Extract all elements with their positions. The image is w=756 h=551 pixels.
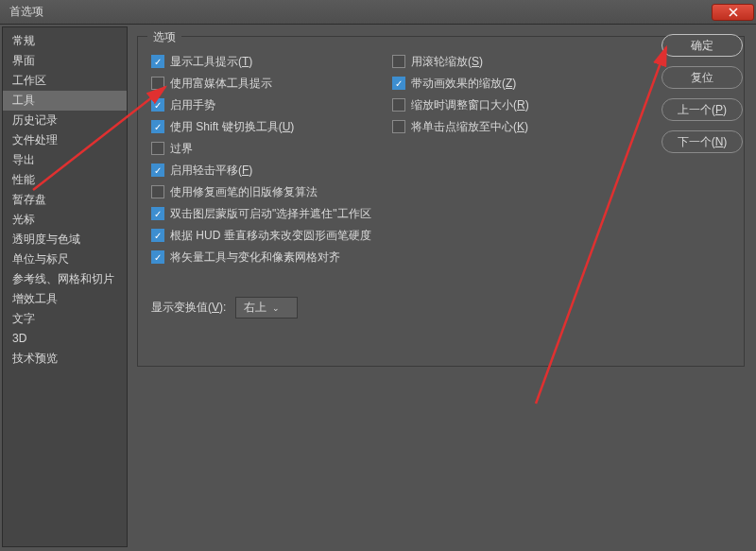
- close-button[interactable]: [712, 4, 754, 21]
- checkbox[interactable]: [151, 77, 164, 90]
- sidebar: 常规界面工作区工具历史记录文件处理导出性能暂存盘光标透明度与色域单位与标尺参考线…: [2, 26, 128, 547]
- next-button[interactable]: 下一个(N): [662, 130, 743, 153]
- checkbox[interactable]: [392, 120, 405, 133]
- option-label: 显示工具提示(T): [170, 54, 252, 70]
- option-label: 使用 Shift 键切换工具(U): [170, 119, 294, 135]
- sidebar-item-14[interactable]: 文字: [3, 309, 127, 329]
- option-row-left-3: ✓使用 Shift 键切换工具(U): [151, 118, 392, 135]
- sidebar-item-13[interactable]: 增效工具: [3, 289, 127, 309]
- checkbox[interactable]: [151, 142, 164, 155]
- ok-button[interactable]: 确定: [662, 34, 743, 57]
- option-label: 启用轻击平移(F): [170, 163, 252, 179]
- option-label: 使用富媒体工具提示: [170, 76, 272, 92]
- group-title: 选项: [147, 29, 181, 45]
- option-label: 将矢量工具与变化和像素网格对齐: [170, 250, 340, 266]
- checkbox[interactable]: ✓: [151, 164, 164, 177]
- option-label: 缩放时调整窗口大小(R): [411, 97, 529, 113]
- sidebar-item-6[interactable]: 导出: [3, 150, 127, 170]
- checkbox[interactable]: ✓: [151, 98, 164, 112]
- options-group: 选项 ✓显示工具提示(T)使用富媒体工具提示✓启用手势✓使用 Shift 键切换…: [137, 36, 745, 367]
- option-label: 将单击点缩放至中心(K): [411, 119, 528, 135]
- show-transform-select[interactable]: 右上 ⌄: [235, 297, 298, 319]
- sidebar-item-1[interactable]: 界面: [3, 51, 127, 71]
- option-row-left-2: ✓启用手势: [151, 96, 392, 113]
- checkbox[interactable]: ✓: [151, 55, 164, 68]
- checkbox[interactable]: ✓: [151, 229, 164, 242]
- option-label: 根据 HUD 垂直移动来改变圆形画笔硬度: [170, 228, 371, 244]
- window-title: 首选项: [9, 4, 43, 20]
- show-transform-label: 显示变换值(V):: [151, 300, 226, 316]
- sidebar-item-5[interactable]: 文件处理: [3, 130, 127, 150]
- option-label: 使用修复画笔的旧版修复算法: [170, 184, 318, 200]
- sidebar-item-3[interactable]: 工具: [3, 91, 127, 111]
- sidebar-item-2[interactable]: 工作区: [3, 71, 127, 91]
- sidebar-item-16[interactable]: 技术预览: [3, 349, 127, 369]
- sidebar-item-15[interactable]: 3D: [3, 329, 127, 349]
- checkbox[interactable]: ✓: [151, 250, 164, 264]
- sidebar-item-12[interactable]: 参考线、网格和切片: [3, 269, 127, 289]
- checkbox[interactable]: [392, 55, 405, 68]
- option-row-left-0: ✓显示工具提示(T): [151, 53, 392, 70]
- option-label: 用滚轮缩放(S): [411, 54, 483, 70]
- chevron-down-icon: ⌄: [272, 303, 280, 313]
- titlebar: 首选项: [0, 0, 756, 25]
- sidebar-item-7[interactable]: 性能: [3, 170, 127, 190]
- option-label: 双击图层蒙版可启动"选择并遮住"工作区: [170, 206, 371, 222]
- prev-button[interactable]: 上一个(P): [662, 98, 743, 121]
- checkbox[interactable]: [392, 98, 405, 112]
- option-row-left-4: 过界: [151, 140, 392, 157]
- checkbox[interactable]: ✓: [151, 120, 164, 133]
- checkbox[interactable]: ✓: [151, 207, 164, 220]
- checkbox[interactable]: [151, 185, 164, 198]
- sidebar-item-8[interactable]: 暂存盘: [3, 190, 127, 210]
- reset-button[interactable]: 复位: [662, 66, 743, 89]
- option-label: 带动画效果的缩放(Z): [411, 76, 516, 92]
- option-label: 过界: [170, 141, 193, 157]
- sidebar-item-10[interactable]: 透明度与色域: [3, 230, 127, 250]
- checkbox[interactable]: ✓: [392, 77, 405, 90]
- sidebar-item-9[interactable]: 光标: [3, 210, 127, 230]
- close-icon: [729, 8, 738, 17]
- sidebar-item-11[interactable]: 单位与标尺: [3, 250, 127, 269]
- sidebar-item-4[interactable]: 历史记录: [3, 111, 127, 130]
- option-row-left-1: 使用富媒体工具提示: [151, 75, 392, 92]
- sidebar-item-0[interactable]: 常规: [3, 31, 127, 51]
- option-label: 启用手势: [170, 97, 215, 113]
